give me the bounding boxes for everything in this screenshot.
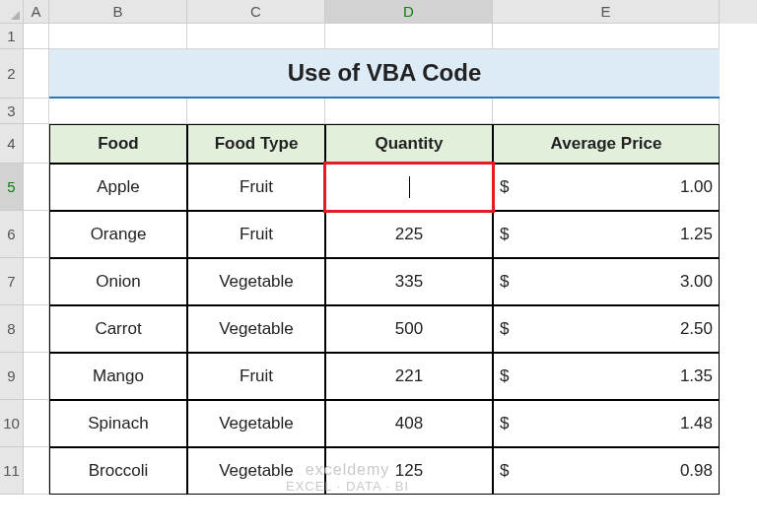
row-headers: 1234567891011	[0, 24, 24, 495]
col-header-B[interactable]: B	[49, 0, 187, 24]
cell-C3[interactable]	[187, 99, 325, 124]
title: Use of VBA Code	[49, 49, 720, 99]
price-value: 1.35	[680, 366, 713, 386]
row-header-2[interactable]: 2	[0, 49, 24, 99]
currency-symbol: $	[500, 225, 509, 244]
currency-symbol: $	[500, 272, 509, 292]
cell-food[interactable]: Apple	[49, 164, 187, 211]
cell-type[interactable]: Vegetable	[187, 258, 325, 305]
cell-D1[interactable]	[325, 24, 493, 49]
cell-food[interactable]: Onion	[49, 258, 187, 305]
cell-price[interactable]: $1.35	[493, 353, 720, 400]
price-value: 1.00	[680, 177, 713, 197]
cell-A9[interactable]	[24, 353, 49, 400]
cell-food[interactable]: Spinach	[49, 400, 187, 447]
cell-A2[interactable]	[24, 49, 49, 99]
cell-food[interactable]: Orange	[49, 211, 187, 258]
col-header-A[interactable]: A	[24, 0, 49, 24]
row-header-10[interactable]: 10	[0, 400, 24, 447]
cell-B3[interactable]	[49, 99, 187, 124]
cell-E1[interactable]	[493, 24, 720, 49]
cell-A3[interactable]	[24, 99, 49, 124]
cell-type[interactable]: Vegetable	[187, 447, 325, 495]
cell-price[interactable]: $0.98	[493, 447, 720, 495]
row-header-5[interactable]: 5	[0, 164, 24, 211]
cell-qty[interactable]	[325, 164, 493, 211]
cell-B1[interactable]	[49, 24, 187, 49]
cell-price[interactable]: $1.48	[493, 400, 720, 447]
row-header-6[interactable]: 6	[0, 211, 24, 258]
currency-symbol: $	[500, 177, 509, 197]
cell-qty[interactable]: 125	[325, 447, 493, 495]
col-header-C[interactable]: C	[187, 0, 325, 24]
header-food[interactable]: Food	[49, 124, 187, 164]
price-value: 1.48	[680, 414, 713, 433]
currency-symbol: $	[500, 366, 509, 386]
cell-A6[interactable]	[24, 211, 49, 258]
row-header-9[interactable]: 9	[0, 353, 24, 400]
cell-C1[interactable]	[187, 24, 325, 49]
row-header-4[interactable]: 4	[0, 124, 24, 164]
cell-A4[interactable]	[24, 124, 49, 164]
price-value: 3.00	[680, 272, 713, 292]
cell-type[interactable]: Fruit	[187, 164, 325, 211]
cell-type[interactable]: Vegetable	[187, 400, 325, 447]
cell-food[interactable]: Broccoli	[49, 447, 187, 495]
price-value: 1.25	[680, 225, 713, 244]
cell-price[interactable]: $3.00	[493, 258, 720, 305]
col-header-E[interactable]: E	[493, 0, 720, 24]
cell-D3[interactable]	[325, 99, 493, 124]
cell-type[interactable]: Fruit	[187, 353, 325, 400]
price-value: 0.98	[680, 461, 713, 481]
cell-type[interactable]: Fruit	[187, 211, 325, 258]
currency-symbol: $	[500, 414, 509, 433]
cell-A11[interactable]	[24, 447, 49, 495]
cell-A7[interactable]	[24, 258, 49, 305]
currency-symbol: $	[500, 461, 509, 481]
select-all-corner[interactable]	[0, 0, 24, 24]
cell-qty[interactable]: 500	[325, 305, 493, 353]
text-caret	[409, 176, 410, 198]
currency-symbol: $	[500, 319, 509, 339]
row-header-8[interactable]: 8	[0, 305, 24, 353]
cell-qty[interactable]: 225	[325, 211, 493, 258]
cell-price[interactable]: $1.25	[493, 211, 720, 258]
cell-A5[interactable]	[24, 164, 49, 211]
price-value: 2.50	[680, 319, 713, 339]
grid: Use of VBA CodeFoodFood TypeQuantityAver…	[24, 24, 720, 495]
row-header-3[interactable]: 3	[0, 99, 24, 124]
row-header-1[interactable]: 1	[0, 24, 24, 49]
col-header-D[interactable]: D	[325, 0, 493, 24]
cell-A8[interactable]	[24, 305, 49, 353]
cell-qty[interactable]: 408	[325, 400, 493, 447]
column-headers: ABCDE	[24, 0, 757, 24]
header-qty[interactable]: Quantity	[325, 124, 493, 164]
header-type[interactable]: Food Type	[187, 124, 325, 164]
cell-price[interactable]: $1.00	[493, 164, 720, 211]
spreadsheet: ABCDE 1234567891011 Use of VBA CodeFoodF…	[0, 0, 757, 532]
row-header-7[interactable]: 7	[0, 258, 24, 305]
cell-A10[interactable]	[24, 400, 49, 447]
cell-food[interactable]: Carrot	[49, 305, 187, 353]
row-header-11[interactable]: 11	[0, 447, 24, 495]
cell-A1[interactable]	[24, 24, 49, 49]
cell-E3[interactable]	[493, 99, 720, 124]
cell-food[interactable]: Mango	[49, 353, 187, 400]
cell-qty[interactable]: 221	[325, 353, 493, 400]
cell-qty[interactable]: 335	[325, 258, 493, 305]
cell-price[interactable]: $2.50	[493, 305, 720, 353]
header-price[interactable]: Average Price	[493, 124, 720, 164]
cell-type[interactable]: Vegetable	[187, 305, 325, 353]
cell-B2[interactable]: Use of VBA Code	[49, 49, 187, 99]
